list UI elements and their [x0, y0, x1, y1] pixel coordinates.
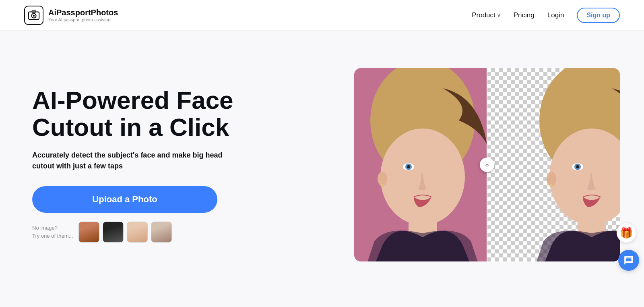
logo-area[interactable]: AiPassportPhotos Your AI passport photo …: [24, 6, 118, 25]
signup-button[interactable]: Sign up: [577, 8, 620, 23]
no-image-label: No image?Try one of them...: [32, 224, 73, 240]
nav-pricing[interactable]: Pricing: [514, 11, 535, 19]
chat-icon: [623, 255, 634, 266]
image-comparison[interactable]: ‹›: [354, 68, 620, 261]
svg-point-20: [547, 172, 556, 186]
upload-photo-button[interactable]: Upload a Photo: [32, 186, 217, 213]
nav-links: Product ∨ Pricing Login Sign up: [472, 8, 620, 23]
left-column: AI-Powered Face Cutout in a Click Accura…: [32, 87, 266, 243]
navbar: AiPassportPhotos Your AI passport photo …: [0, 0, 644, 31]
comparison-drag-handle[interactable]: ‹›: [480, 158, 494, 172]
logo-name: AiPassportPhotos: [48, 8, 118, 17]
sample-thumb-1[interactable]: [78, 222, 99, 243]
svg-point-10: [407, 165, 410, 168]
logo-icon: [24, 6, 43, 25]
sample-thumb-2[interactable]: [103, 222, 124, 243]
nav-product[interactable]: Product ∨: [472, 11, 501, 19]
svg-point-21: [550, 184, 553, 187]
svg-point-3: [33, 15, 35, 17]
logo-sub: Your AI passport photo assistant.: [48, 17, 118, 22]
hero-title: AI-Powered Face Cutout in a Click: [32, 87, 266, 141]
svg-point-12: [381, 184, 384, 187]
face-illustration-right: [511, 68, 620, 261]
hero-subtitle: Accurately detect the subject's face and…: [32, 150, 225, 172]
product-chevron-icon: ∨: [497, 12, 501, 18]
gift-button[interactable]: 🎁: [617, 223, 636, 243]
photo-original-side: [354, 68, 487, 261]
logo-text: AiPassportPhotos Your AI passport photo …: [48, 8, 118, 22]
sample-thumb-4[interactable]: [151, 222, 172, 243]
sample-thumbs: [78, 222, 172, 243]
face-illustration-left: [354, 68, 487, 261]
main-section: AI-Powered Face Cutout in a Click Accura…: [0, 31, 644, 307]
sample-thumb-3[interactable]: [127, 222, 148, 243]
sample-images-row: No image?Try one of them...: [32, 222, 266, 243]
chat-button[interactable]: [618, 250, 639, 271]
svg-point-11: [378, 172, 387, 186]
nav-login[interactable]: Login: [547, 11, 564, 19]
photo-cutout-side: [487, 68, 620, 261]
svg-point-19: [576, 165, 579, 168]
